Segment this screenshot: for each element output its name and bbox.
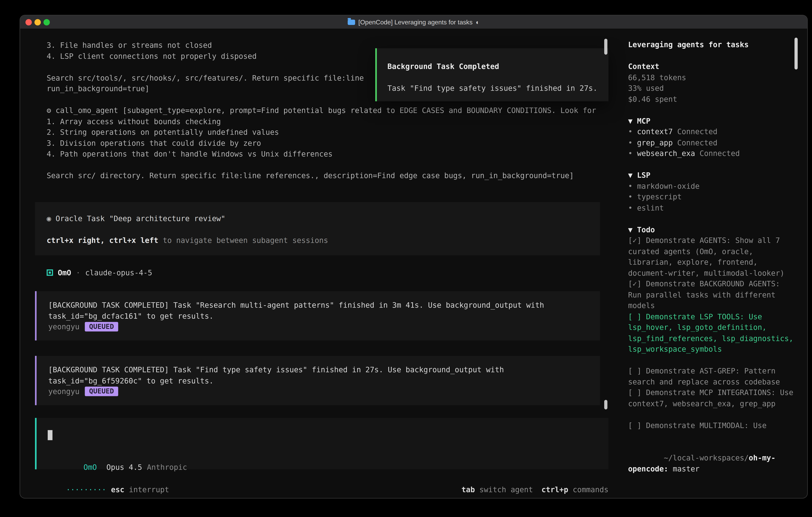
- notification-title: Background Task Completed: [387, 61, 608, 72]
- zoom-button[interactable]: [44, 19, 50, 25]
- context-header: Context: [628, 61, 795, 72]
- prompt-input[interactable]: OmOOpus 4.5Anthropic: [35, 418, 608, 469]
- log-line: ⚙ call_omo_agent [subagent_type=explore,…: [47, 105, 596, 116]
- session-title: Leveraging agents for tasks: [628, 39, 795, 50]
- lsp-list: • markdown-oxide • typescript • eslint: [628, 181, 795, 213]
- lsp-name: markdown-oxide: [637, 182, 699, 190]
- bullet-icon: •: [628, 182, 632, 190]
- spinner-dots: ·········: [66, 485, 106, 493]
- mcp-item: • grep_app Connected: [628, 137, 795, 148]
- todo-header[interactable]: ▼ Todo: [628, 224, 795, 235]
- opencode-version: • OpenCode 1.0.163: [628, 496, 795, 498]
- session-sidebar: Leveraging agents for tasks Context 66,5…: [628, 39, 795, 498]
- workspace-dir: ~/local-workspaces/: [664, 454, 749, 462]
- log-line: 2. String operations on potentially unde…: [47, 127, 596, 138]
- agent-header: OmO · claude-opus-4-5: [47, 267, 152, 278]
- session-status-icon: ◐: [476, 19, 480, 26]
- mcp-name: context7: [637, 127, 673, 136]
- todo-item: [ ] Demonstrate LSP TOOLS: Use lsp_hover…: [628, 311, 795, 355]
- status-bar-right: tab switch agentctrl+p commands: [435, 473, 609, 484]
- workspace-branch: master: [673, 464, 699, 472]
- mcp-status: Connected: [699, 149, 740, 157]
- oracle-hint-keys: ctrl+x right, ctrl+x left: [47, 236, 158, 244]
- input-provider-name: Anthropic: [147, 463, 187, 471]
- mcp-list: • context7 Connected • grep_app Connecte…: [628, 126, 795, 159]
- oracle-task-title: ◉ Oracle Task "Deep architecture review": [47, 213, 600, 224]
- lsp-header[interactable]: ▼ LSP: [628, 170, 795, 181]
- message-meta: yeongyu QUEUED: [48, 386, 600, 397]
- opencode-terminal-window: [OpenCode] Leveraging agents for tasks ◐…: [20, 15, 808, 498]
- input-meta: OmOOpus 4.5Anthropic: [48, 451, 187, 462]
- close-button[interactable]: [25, 19, 32, 25]
- todo-item: [✓] Demonstrate AGENTS: Show all 7 curat…: [628, 235, 795, 278]
- bullet-icon: •: [628, 203, 632, 212]
- sidebar-scrollbar-thumb[interactable]: [794, 37, 798, 70]
- window-title: [OpenCode] Leveraging agents for tasks: [358, 19, 473, 26]
- message-line-2: task_id="bg_dcfac161" to get results.: [48, 310, 600, 321]
- background-task-notification[interactable]: Background Task Completed Task "Find typ…: [375, 48, 608, 101]
- queued-badge: QUEUED: [85, 322, 118, 332]
- oracle-navigation-hint: ctrl+x right, ctrl+x left to navigate be…: [47, 235, 600, 246]
- mcp-status: Connected: [677, 138, 717, 146]
- mcp-name: websearch_exa: [637, 149, 695, 157]
- main-scrollbar-thumb-top[interactable]: [604, 39, 607, 55]
- bullet-icon: •: [628, 149, 632, 157]
- ctrlp-key-hint: ctrl+p: [542, 485, 568, 493]
- log-line: [47, 159, 596, 170]
- agent-name: OmO: [58, 269, 71, 277]
- log-line: 1. Array access without bounds checking: [47, 116, 596, 127]
- todo-list: [✓] Demonstrate AGENTS: Show all 7 curat…: [628, 235, 795, 431]
- lsp-item: • typescript: [628, 192, 795, 202]
- oracle-task-panel: ◉ Oracle Task "Deep architecture review"…: [35, 202, 600, 255]
- tab-key-hint: tab: [462, 485, 475, 493]
- message-author: yeongyu: [48, 323, 80, 331]
- text-cursor: [48, 430, 53, 440]
- message-line-1: [BACKGROUND TASK COMPLETED] Task "Find t…: [48, 364, 600, 375]
- lsp-item: • eslint: [628, 202, 795, 213]
- mcp-status: Connected: [677, 127, 717, 136]
- mcp-name: grep_app: [637, 138, 673, 146]
- bullet-icon: •: [628, 127, 632, 136]
- agent-square-icon: [47, 270, 53, 276]
- esc-key-hint: esc: [111, 485, 124, 493]
- workspace-path: ~/local-workspaces/oh-my-opencode: maste…: [628, 441, 795, 485]
- context-stat-line: 33% used: [628, 83, 795, 93]
- mcp-header[interactable]: ▼ MCP: [628, 115, 795, 126]
- background-task-message: [BACKGROUND TASK COMPLETED] Task "Resear…: [35, 291, 600, 341]
- esc-key-label: interrupt: [124, 485, 169, 493]
- bullet-icon: •: [628, 138, 632, 146]
- log-line: Search src/ directory. Return specific f…: [47, 170, 596, 181]
- lsp-item: • markdown-oxide: [628, 181, 795, 191]
- input-agent-name: OmO: [84, 463, 97, 471]
- minimize-button[interactable]: [34, 19, 41, 25]
- window-titlebar[interactable]: [OpenCode] Leveraging agents for tasks ◐: [20, 16, 807, 29]
- log-line: 3. Division operations that could divide…: [47, 138, 596, 148]
- message-meta: yeongyu QUEUED: [48, 322, 600, 332]
- todo-item: [ ] Demonstrate AST-GREP: Pattern search…: [628, 365, 795, 387]
- status-bar-left: ·········esc interrupt: [39, 473, 169, 484]
- background-task-message: [BACKGROUND TASK COMPLETED] Task "Find t…: [35, 356, 600, 405]
- todo-item: [ ] Demonstrate MULTIMODAL: Use: [628, 420, 795, 431]
- agent-model: claude-opus-4-5: [85, 269, 152, 277]
- context-stat-line: $0.46 spent: [628, 93, 795, 104]
- mcp-item: • websearch_exa Connected: [628, 148, 795, 159]
- folder-icon: [348, 19, 355, 25]
- notification-body: Task "Find type safety issues" finished …: [387, 83, 608, 93]
- tab-key-label: switch agent: [475, 485, 533, 493]
- todo-item: [✓] Demonstrate BACKGROUND AGENTS: Run p…: [628, 278, 795, 311]
- traffic-lights: [25, 19, 50, 25]
- oracle-icon: ◉: [47, 214, 51, 223]
- message-line-2: task_id="bg_6f59260c" to get results.: [48, 375, 600, 386]
- message-line-1: [BACKGROUND TASK COMPLETED] Task "Resear…: [48, 300, 600, 310]
- agent-separator: ·: [76, 269, 80, 277]
- screen: [OpenCode] Leveraging agents for tasks ◐…: [0, 0, 812, 517]
- lsp-name: eslint: [637, 203, 664, 212]
- context-stats: 66,518 tokens33% used$0.46 spent: [628, 72, 795, 104]
- bullet-icon: •: [628, 193, 632, 201]
- todo-item: [ ] Demonstrate MCP INTEGRATIONS: Use co…: [628, 387, 795, 409]
- ctrlp-key-label: commands: [568, 485, 608, 493]
- context-stat-line: 66,518 tokens: [628, 72, 795, 83]
- message-author: yeongyu: [48, 387, 80, 396]
- mcp-item: • context7 Connected: [628, 126, 795, 137]
- main-scrollbar-thumb-bottom[interactable]: [604, 400, 607, 409]
